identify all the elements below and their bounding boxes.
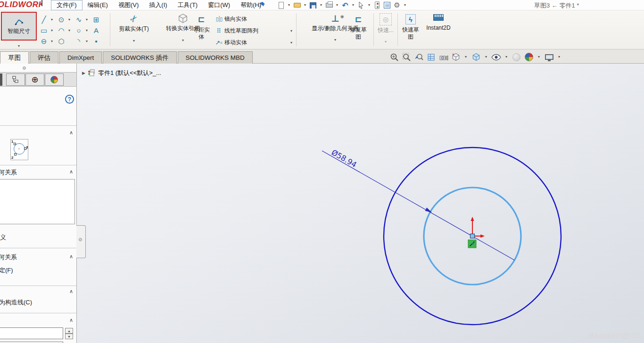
sketch-origin[interactable] (471, 217, 485, 238)
undo-dropdown-icon[interactable]: ▾ (350, 3, 356, 7)
dimension-text[interactable]: Ø58.94 (330, 148, 358, 170)
polygon-tool-icon[interactable]: ⬡ (56, 38, 66, 45)
tab-solidworks-mbd[interactable]: SOLIDWORKS MBD (178, 51, 253, 64)
slot-tool-icon[interactable]: ⊖ (39, 38, 49, 45)
fillet-tool-icon[interactable]: ◝ (74, 38, 84, 45)
previous-view-icon[interactable] (414, 52, 424, 62)
display-style-dropdown-icon[interactable]: ▾ (483, 55, 489, 59)
menu-insert[interactable]: 插入(I) (144, 0, 172, 10)
line-dropdown-icon[interactable]: ▾ (49, 18, 55, 22)
relations-listbox[interactable] (0, 179, 75, 224)
spline-dropdown-icon[interactable]: ▾ (84, 18, 90, 22)
zoom-to-fit-icon[interactable] (389, 52, 399, 62)
print-icon[interactable] (324, 0, 334, 10)
collapse-chevron-icon[interactable]: ∧ (68, 253, 74, 260)
select-dropdown-icon[interactable]: ▾ (366, 3, 372, 7)
move-entities-button[interactable]: ↗▫ 移动实体 ▾ (213, 37, 294, 49)
arc-tool-icon[interactable]: ◠ (56, 27, 66, 34)
undo-icon[interactable]: ↶ (340, 0, 350, 10)
tab-sketch[interactable]: 草图 (0, 51, 29, 64)
panel-collapse-handle[interactable] (23, 66, 26, 70)
configuration-manager-tab[interactable] (6, 74, 25, 86)
new-file-dropdown-icon[interactable]: ▾ (286, 3, 292, 7)
panel-tab-cropped[interactable] (0, 74, 2, 86)
rectangle-dropdown-icon[interactable]: ▾ (49, 29, 55, 33)
save-icon[interactable] (308, 0, 318, 10)
display-style-cube-icon[interactable] (471, 52, 481, 62)
linear-pattern-dropdown-icon[interactable]: ▾ (289, 29, 294, 33)
menu-file[interactable]: 文件(F) (51, 0, 83, 10)
settings-dropdown-icon[interactable]: ▾ (402, 3, 408, 7)
apply-scene-colorball-icon[interactable] (524, 52, 534, 62)
hide-show-eye-icon[interactable] (491, 52, 501, 62)
ellipse-dropdown-icon[interactable]: ▾ (84, 29, 90, 33)
circle-dropdown-icon[interactable]: ▾ (66, 18, 72, 22)
display-manager-tab[interactable] (45, 74, 64, 86)
move-dropdown-icon[interactable]: ▾ (289, 41, 294, 45)
view-settings-monitor-icon[interactable] (544, 52, 554, 62)
ellipse-tool-icon[interactable]: ○ (74, 27, 84, 34)
spinner-down-icon[interactable]: ▾ (65, 334, 73, 339)
new-file-icon[interactable] (276, 0, 286, 10)
menu-edit[interactable]: 编辑(E) (83, 0, 113, 10)
fillet-dropdown-icon[interactable]: ▾ (84, 40, 90, 43)
view-orientation-dropdown-icon[interactable]: ▾ (463, 55, 469, 59)
select-cursor-icon[interactable] (356, 0, 366, 10)
offset-entities-button[interactable]: ⊏ 等距实体 (190, 14, 212, 41)
solidworks-logo[interactable]: SOLIDWORKS (0, 0, 41, 10)
view-orientation-cube-icon[interactable] (451, 52, 461, 62)
zoom-to-area-icon[interactable] (402, 52, 412, 62)
parameter-input[interactable] (0, 327, 63, 339)
tab-solidworks-addins[interactable]: SOLIDWORKS 插件 (103, 51, 176, 64)
section-view-icon[interactable] (426, 52, 436, 62)
view-settings-dropdown-icon[interactable]: ▾ (556, 55, 562, 59)
mirror-entities-button[interactable]: ▯┆▯ 镜向实体 (213, 13, 294, 25)
tab-evaluate[interactable]: 评估 (30, 51, 58, 64)
smart-dimension-button[interactable]: 智能尺寸 ▾ (1, 12, 37, 48)
dimxpert-manager-tab[interactable]: ⊕ (25, 74, 44, 86)
collapse-chevron-icon[interactable]: ∧ (68, 130, 74, 136)
menu-tools[interactable]: 工具(T) (173, 0, 203, 10)
menu-window[interactable]: 窗口(W) (203, 0, 235, 10)
tree-expand-arrow-icon[interactable]: ▶ (82, 71, 85, 75)
hide-show-dropdown-icon[interactable]: ▾ (504, 55, 509, 59)
linear-pattern-button[interactable]: ⠿ 线性草图阵列 ▾ (213, 25, 294, 37)
collapse-chevron-icon[interactable]: ∧ (68, 288, 74, 294)
print-dropdown-icon[interactable]: ▾ (334, 3, 340, 7)
panel-resize-splitter[interactable] (76, 225, 86, 258)
point-tool-icon[interactable]: ▪ (91, 38, 101, 45)
rapid-sketch-button[interactable]: ϟ 快速草图 (399, 14, 422, 41)
feature-tree-header[interactable]: ▶ 零件1 (默认<<默认>_... (82, 69, 161, 77)
spline-tool-icon[interactable]: ∿ (74, 16, 84, 23)
slot-dropdown-icon[interactable]: ▾ (49, 40, 55, 43)
text-tool-icon[interactable]: A (91, 27, 101, 34)
convert-dropdown-icon[interactable]: ▾ (180, 39, 186, 42)
origin-center-point[interactable] (471, 234, 475, 238)
apply-scene-dropdown-icon[interactable]: ▾ (536, 55, 542, 59)
menu-view[interactable]: 视图(V) (113, 0, 144, 10)
circle-type-widget[interactable]: 1 2 3 × (10, 139, 28, 160)
collapse-chevron-icon[interactable]: ∧ (68, 169, 74, 175)
smart-dimension-dropdown-icon[interactable]: ▾ (16, 44, 22, 48)
instant2d-button[interactable]: Instant2D (423, 14, 454, 32)
coincident-relation-badge[interactable] (468, 240, 476, 248)
pin-menu-icon[interactable] (258, 1, 265, 10)
graphics-area[interactable]: Ø58.94 ▶ 零件1 (默认<<默认>_... dooooit@□□ (0, 64, 644, 343)
collapse-chevron-icon[interactable]: ∧ (68, 317, 74, 323)
save-dropdown-icon[interactable]: ▾ (318, 3, 324, 7)
settings-gear-icon[interactable]: ⚙ (392, 0, 402, 10)
circle-tool-icon[interactable]: ⊙ (56, 16, 66, 23)
line-tool-icon[interactable]: ╱ (39, 16, 49, 23)
arc-dropdown-icon[interactable]: ▾ (66, 29, 72, 33)
view-orientation-camera-icon[interactable] (438, 52, 448, 62)
for-construction-checkbox-label[interactable]: 作为构造线(C) (0, 298, 32, 307)
open-file-icon[interactable] (292, 0, 302, 10)
tab-dimxpert[interactable]: DimXpert (59, 51, 102, 64)
display-delete-dropdown-icon[interactable]: ▾ (332, 38, 338, 42)
trim-entities-button[interactable]: ✂ 剪裁实体(T) ▾ (112, 13, 156, 43)
rectangle-tool-icon[interactable]: ▭ (39, 27, 49, 34)
rebuild-traffic-light-icon[interactable] (372, 0, 382, 10)
help-icon[interactable]: ? (65, 95, 74, 104)
fix-relation-button[interactable]: 固定(F) (0, 266, 13, 275)
options-list-icon[interactable] (382, 0, 392, 10)
